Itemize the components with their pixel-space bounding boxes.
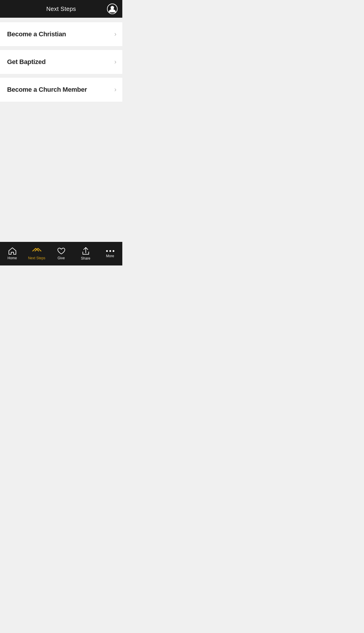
tab-label-more: More <box>106 254 114 258</box>
tab-share[interactable]: Share <box>73 245 98 260</box>
list-item-label: Become a Christian <box>7 30 66 38</box>
tab-next-steps[interactable]: Next Steps <box>24 245 49 260</box>
list-item-become-church-member[interactable]: Become a Church Member › <box>0 77 122 102</box>
chevron-right-icon: › <box>114 86 116 94</box>
main-content: Become a Christian › Get Baptized › Beco… <box>0 18 122 242</box>
more-icon <box>106 249 115 253</box>
list-item-get-baptized[interactable]: Get Baptized › <box>0 50 122 74</box>
chevron-right-icon: › <box>114 58 116 66</box>
give-icon <box>57 247 65 255</box>
list-item-become-christian[interactable]: Become a Christian › <box>0 22 122 47</box>
svg-point-3 <box>109 250 111 252</box>
svg-point-1 <box>111 6 114 9</box>
header: Next Steps <box>0 0 122 18</box>
tab-label-home: Home <box>7 256 17 260</box>
list-item-label: Become a Church Member <box>7 86 87 94</box>
list-item-label: Get Baptized <box>7 58 46 66</box>
chevron-right-icon: › <box>114 30 116 38</box>
tab-home[interactable]: Home <box>0 245 24 260</box>
profile-button[interactable] <box>107 4 118 14</box>
tab-label-give: Give <box>57 256 65 260</box>
page-title: Next Steps <box>46 6 76 12</box>
svg-point-2 <box>106 250 108 252</box>
tab-bar: Home Next Steps Give Share <box>0 242 122 265</box>
home-icon <box>8 247 17 255</box>
tab-give[interactable]: Give <box>49 245 73 260</box>
next-steps-icon <box>32 247 42 255</box>
tab-label-share: Share <box>81 256 90 260</box>
tab-label-next-steps: Next Steps <box>28 256 45 260</box>
svg-point-4 <box>113 250 114 252</box>
tab-more[interactable]: More <box>98 247 122 258</box>
share-icon <box>82 247 90 255</box>
